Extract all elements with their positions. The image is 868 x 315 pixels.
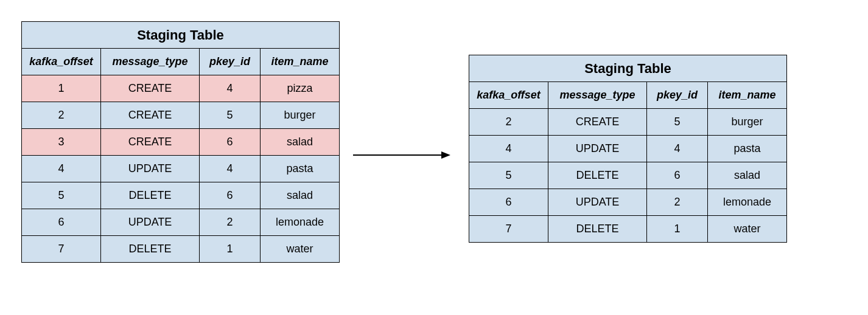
diagram-canvas: Staging Table kafka_offset message_type … xyxy=(0,0,868,315)
col-header: item_name xyxy=(261,49,340,75)
cell: water xyxy=(261,236,340,263)
col-header: kafka_offset xyxy=(469,82,548,109)
cell: DELETE xyxy=(548,162,647,189)
left-table-title: Staging Table xyxy=(22,22,340,49)
cell: salad xyxy=(261,129,340,156)
cell: 6 xyxy=(469,189,548,216)
col-header: kafka_offset xyxy=(22,49,101,75)
cell: 7 xyxy=(22,236,101,263)
cell: burger xyxy=(261,102,340,129)
cell: 4 xyxy=(647,136,708,162)
cell: DELETE xyxy=(548,216,647,243)
left-table-header-row: kafka_offset message_type pkey_id item_n… xyxy=(22,49,340,75)
left-staging-table: Staging Table kafka_offset message_type … xyxy=(21,21,340,263)
cell: 2 xyxy=(22,102,101,129)
table-row: 7 DELETE 1 water xyxy=(469,216,787,243)
cell: 2 xyxy=(469,109,548,136)
col-header: pkey_id xyxy=(200,49,261,75)
cell: pasta xyxy=(708,136,787,162)
cell: 1 xyxy=(200,236,261,263)
cell: lemonade xyxy=(261,209,340,236)
table-row: 4 UPDATE 4 pasta xyxy=(469,136,787,162)
cell: 2 xyxy=(200,209,261,236)
cell: 3 xyxy=(22,129,101,156)
table-row: 7 DELETE 1 water xyxy=(22,236,340,263)
cell: 1 xyxy=(22,75,101,102)
cell: 4 xyxy=(200,156,261,182)
table-row: 2 CREATE 5 burger xyxy=(22,102,340,129)
table-row: 5 DELETE 6 salad xyxy=(22,182,340,209)
cell: UPDATE xyxy=(101,156,200,182)
cell: 6 xyxy=(22,209,101,236)
cell: burger xyxy=(708,109,787,136)
col-header: message_type xyxy=(548,82,647,109)
cell: CREATE xyxy=(101,102,200,129)
cell: 5 xyxy=(469,162,548,189)
table-row: 5 DELETE 6 salad xyxy=(469,162,787,189)
cell: lemonade xyxy=(708,189,787,216)
col-header: item_name xyxy=(708,82,787,109)
table-row: 2 CREATE 5 burger xyxy=(469,109,787,136)
cell: water xyxy=(708,216,787,243)
table-row: 6 UPDATE 2 lemonade xyxy=(22,209,340,236)
cell: 2 xyxy=(647,189,708,216)
table-row: 6 UPDATE 2 lemonade xyxy=(469,189,787,216)
svg-marker-1 xyxy=(441,151,450,159)
cell: pizza xyxy=(261,75,340,102)
cell: UPDATE xyxy=(548,189,647,216)
cell: DELETE xyxy=(101,182,200,209)
cell: 6 xyxy=(200,182,261,209)
cell: 6 xyxy=(200,129,261,156)
cell: 4 xyxy=(200,75,261,102)
cell: 5 xyxy=(647,109,708,136)
right-table-header-row: kafka_offset message_type pkey_id item_n… xyxy=(469,82,787,109)
cell: salad xyxy=(708,162,787,189)
col-header: pkey_id xyxy=(647,82,708,109)
cell: 5 xyxy=(200,102,261,129)
cell: 7 xyxy=(469,216,548,243)
table-row: 3 CREATE 6 salad xyxy=(22,129,340,156)
cell: 6 xyxy=(647,162,708,189)
table-row: 1 CREATE 4 pizza xyxy=(22,75,340,102)
cell: pasta xyxy=(261,156,340,182)
cell: 5 xyxy=(22,182,101,209)
cell: CREATE xyxy=(548,109,647,136)
cell: DELETE xyxy=(101,236,200,263)
table-row: 4 UPDATE 4 pasta xyxy=(22,156,340,182)
cell: UPDATE xyxy=(548,136,647,162)
cell: 4 xyxy=(22,156,101,182)
cell: 1 xyxy=(647,216,708,243)
cell: 4 xyxy=(469,136,548,162)
cell: CREATE xyxy=(101,75,200,102)
arrow-icon xyxy=(353,146,450,164)
right-table-title: Staging Table xyxy=(469,55,787,82)
cell: salad xyxy=(261,182,340,209)
col-header: message_type xyxy=(101,49,200,75)
cell: UPDATE xyxy=(101,209,200,236)
cell: CREATE xyxy=(101,129,200,156)
right-staging-table: Staging Table kafka_offset message_type … xyxy=(469,55,787,243)
